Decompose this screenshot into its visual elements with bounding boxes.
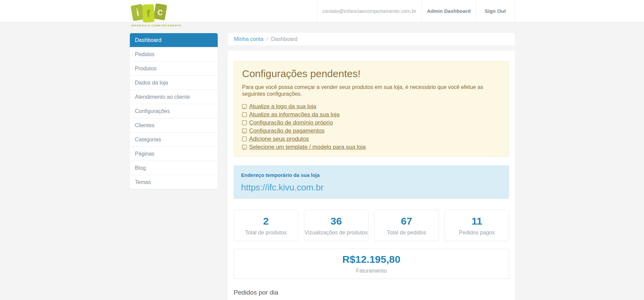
stat-value: 2 <box>234 216 298 227</box>
stat-card-total-pedidos: 67 Total de pedidos <box>374 210 439 241</box>
sidebar-item-produtos[interactable]: Produtos <box>130 61 218 75</box>
sidebar-item-temas[interactable]: Temas <box>130 175 218 189</box>
sidebar-item-blog[interactable]: Blog <box>130 161 218 175</box>
sidebar-item-configuracoes[interactable]: Configurações <box>130 104 218 118</box>
checkbox-unchecked-icon <box>242 137 247 141</box>
stat-label: Total de pedidos <box>375 230 438 236</box>
sidebar-item-categorias[interactable]: Categorias <box>130 132 218 146</box>
store-url-link[interactable]: https://ifc.kivu.com.br <box>241 182 324 193</box>
pending-title: Configurações pendentes! <box>242 68 501 79</box>
checklist-link-produtos[interactable]: Adicione seus produtos <box>249 135 309 143</box>
sidebar-item-paginas[interactable]: Páginas <box>130 146 218 161</box>
pending-configurations-alert: Configurações pendentes! Para que você p… <box>234 61 509 157</box>
account-email-text: contato@infanciaecomportamento.com.br <box>322 8 416 14</box>
checklist-item: Configuração de domínio próprio <box>242 119 501 127</box>
checklist-link-pagamentos[interactable]: Configuração de pagamentos <box>249 127 325 135</box>
stat-value: 36 <box>304 216 368 227</box>
checkbox-unchecked-icon <box>242 120 247 125</box>
pending-subtitle: Para que você possa começar a vender seu… <box>242 84 501 97</box>
checklist-link-dominio[interactable]: Configuração de domínio próprio <box>249 119 333 127</box>
stat-card-total-produtos: 2 Total de produtos <box>234 210 298 241</box>
stat-value: 67 <box>375 216 438 227</box>
stat-value: 11 <box>445 216 509 227</box>
stat-label: Pedidos pagos <box>445 230 509 236</box>
pending-checklist: Atualize a logo da sua loja Atualize as … <box>242 102 501 151</box>
temporary-address-label: Endereço temporário da sua loja <box>241 172 502 178</box>
sidebar-menu: Dashboard Pedidos Produtos Dados da loja… <box>130 33 218 189</box>
temporary-address-alert: Endereço temporário da sua loja https://… <box>234 165 509 199</box>
checklist-item: Atualize as informações da sua loja <box>242 111 501 119</box>
stats-row: 2 Total de produtos 36 Vizualizações de … <box>234 210 509 241</box>
main-panel: Configurações pendentes! Para que você p… <box>228 51 515 300</box>
store-logo[interactable]: i f c INFÂNCIA E COMPORTAMENTO <box>131 3 182 27</box>
logo-cards-icon: i f c <box>131 3 171 23</box>
checkbox-unchecked-icon <box>242 112 247 117</box>
checkbox-checked-icon <box>242 145 247 149</box>
sidebar-item-dados-da-loja[interactable]: Dados da loja <box>130 75 218 90</box>
stat-label: Total de produtos <box>234 230 298 236</box>
checklist-item: Adicione seus produtos <box>242 135 501 143</box>
revenue-label: Faturamento <box>234 268 509 274</box>
top-header: contato@infanciaecomportamento.com.br Ad… <box>0 0 644 22</box>
orders-per-day-title: Pedidos por dia <box>234 289 509 296</box>
checklist-item: Atualize a logo da sua loja <box>242 102 501 111</box>
admin-dashboard-label: Admin Dashboard <box>427 8 471 14</box>
breadcrumb-current: Dashboard <box>271 36 297 42</box>
stat-card-pedidos-pagos: 11 Pedidos pagos <box>445 210 509 241</box>
checklist-link-template[interactable]: Selecione um template / modelo para sua … <box>249 143 366 151</box>
checkbox-checked-icon <box>242 129 247 133</box>
stat-card-vizualizacoes: 36 Vizualizações de produtos <box>304 210 368 241</box>
sidebar-item-pedidos[interactable]: Pedidos <box>130 47 218 61</box>
header-nav: contato@infanciaecomportamento.com.br Ad… <box>317 0 515 22</box>
sidebar-item-dashboard[interactable]: Dashboard <box>130 33 218 47</box>
checklist-link-informacoes[interactable]: Atualize as informações da sua loja <box>249 111 339 119</box>
breadcrumb-minha-conta-link[interactable]: Minha conta <box>234 36 263 42</box>
sidebar-item-atendimento[interactable]: Atendimento ao cliente <box>130 90 218 104</box>
checkbox-checked-icon <box>242 104 247 109</box>
revenue-value: R$12.195,80 <box>234 254 509 265</box>
checklist-item: Selecione um template / modelo para sua … <box>242 143 501 151</box>
sign-out-label: Sign Out <box>485 8 506 14</box>
logo-tagline: INFÂNCIA E COMPORTAMENTO <box>131 24 182 27</box>
breadcrumb-separator: / <box>266 36 268 42</box>
breadcrumb: Minha conta / Dashboard <box>228 33 515 45</box>
admin-dashboard-link[interactable]: Admin Dashboard <box>422 0 476 22</box>
sidebar-item-clientes[interactable]: Clientes <box>130 118 218 132</box>
sign-out-button[interactable]: Sign Out <box>476 0 515 22</box>
checklist-link-logo[interactable]: Atualize a logo da sua loja <box>249 102 316 111</box>
logo-card-c: c <box>153 3 167 21</box>
logo-card-f: f <box>142 4 154 22</box>
account-email: contato@infanciaecomportamento.com.br <box>317 0 422 22</box>
checklist-item: Configuração de pagamentos <box>242 127 501 135</box>
stat-label: Vizualizações de produtos <box>304 230 368 236</box>
revenue-card: R$12.195,80 Faturamento <box>234 249 509 279</box>
